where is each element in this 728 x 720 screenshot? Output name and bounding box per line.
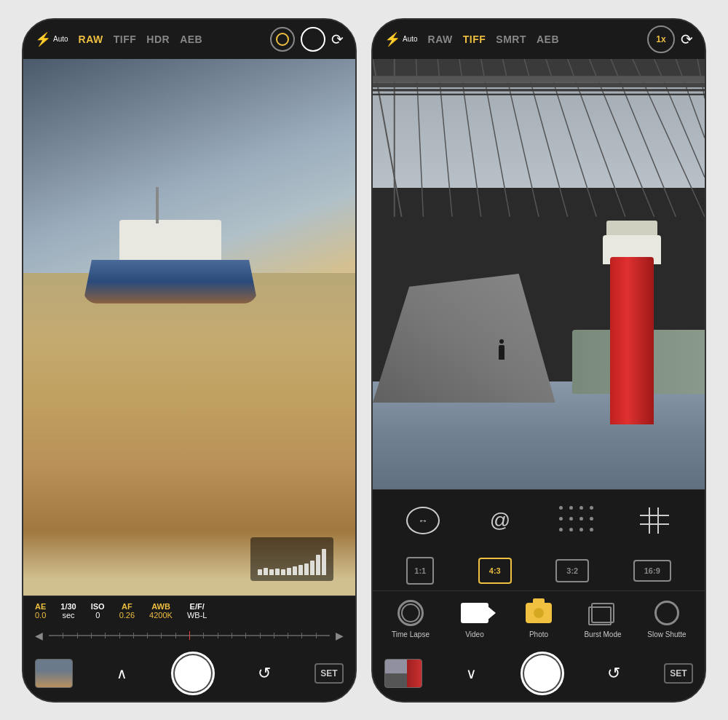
right-top-bar: ⚡Auto RAW TIFF SMRT AEB 1x ⟳	[373, 20, 705, 59]
mode-tiff[interactable]: TIFF	[114, 33, 137, 45]
dot	[559, 506, 563, 510]
mode-burst[interactable]: Burst Mode	[577, 598, 628, 638]
right-set-button[interactable]: SET	[664, 663, 693, 684]
mode-aeb[interactable]: AEB	[180, 33, 202, 45]
grid-option-spiral[interactable]: @	[475, 499, 526, 542]
timer-icon[interactable]: ↺	[258, 664, 271, 683]
right-shutter-inner	[524, 655, 561, 692]
param-ae[interactable]: AE 0.0	[35, 602, 46, 620]
dot	[569, 528, 573, 531]
hist-bar	[310, 561, 314, 575]
param-af[interactable]: AF 0.26	[119, 602, 135, 620]
left-bottom-controls: AE 0.0 1/30 sec ISO 0 AF 0.26 AWB 4200	[23, 596, 355, 701]
left-top-bar: ⚡Auto RAW TIFF HDR AEB ⟳	[23, 20, 355, 59]
ship-hull	[83, 260, 258, 304]
photo-camera-icon	[526, 603, 552, 623]
dot	[579, 506, 583, 510]
param-shutter[interactable]: 1/30 sec	[60, 602, 76, 620]
slider-track[interactable]	[49, 635, 330, 636]
spiral-icon: @	[490, 510, 510, 531]
left-shutter-button[interactable]	[171, 652, 215, 695]
shutter-value: sec	[62, 611, 74, 620]
dot	[559, 517, 563, 521]
exposure-slider[interactable]: ◀	[23, 625, 355, 646]
right-timer-icon[interactable]: ↺	[607, 664, 620, 683]
right-mode-tiff[interactable]: TIFF	[463, 33, 486, 45]
lighthouse	[603, 235, 661, 424]
timelapse-label: Time Lapse	[392, 630, 430, 638]
arrow-circle-icon: ↔	[406, 507, 440, 534]
right-flash-icon[interactable]: ⚡Auto	[384, 31, 418, 47]
aspect-3-2-label: 3:2	[566, 566, 578, 575]
right-rotate-camera-icon[interactable]: ⟳	[681, 31, 693, 48]
slider-left-arrow[interactable]: ◀	[35, 630, 43, 641]
right-mode-raw[interactable]: RAW	[428, 33, 453, 45]
lens-toggle[interactable]: ⟳	[270, 27, 344, 52]
left-set-button[interactable]: SET	[314, 663, 344, 684]
ship-mast	[156, 187, 159, 223]
right-thumbnail[interactable]	[384, 659, 422, 688]
dot	[579, 517, 583, 521]
right-lens-toggle[interactable]: 1x ⟳	[647, 25, 693, 53]
lens-circle-2[interactable]	[301, 27, 325, 52]
hist-bar	[316, 555, 320, 575]
left-viewfinder[interactable]	[23, 59, 355, 596]
svg-rect-1	[373, 76, 705, 82]
grid-option-dots[interactable]	[552, 499, 603, 542]
svg-rect-20	[373, 93, 705, 95]
video-camera-icon	[461, 603, 488, 623]
flash-icon[interactable]: ⚡Auto	[35, 31, 68, 47]
svg-rect-18	[373, 82, 705, 87]
hist-bar	[304, 563, 309, 575]
hist-bar	[275, 569, 280, 575]
timelapse-icon	[396, 598, 425, 628]
dot	[590, 506, 593, 510]
thumb-lighthouse	[407, 660, 422, 687]
mode-hdr[interactable]: HDR	[146, 33, 170, 45]
grid-option-arrow[interactable]: ↔	[397, 499, 448, 542]
right-bottom-controls: ↔ @	[373, 489, 705, 701]
shutter-label: 1/30	[60, 602, 76, 611]
burst-label: Burst Mode	[584, 630, 621, 638]
chevron-up-icon[interactable]: ∧	[116, 665, 127, 682]
param-ef[interactable]: E/F/ WB-L	[187, 602, 207, 620]
ship	[76, 209, 265, 304]
iso-value: 0	[95, 611, 100, 620]
hist-bar	[264, 568, 268, 575]
mode-timelapse[interactable]: Time Lapse	[385, 598, 436, 638]
mode-slow-shutter[interactable]: Slow Shutte	[641, 598, 692, 638]
ship-scene	[23, 59, 355, 596]
lens-1x[interactable]: 1x	[647, 25, 675, 53]
chevron-down-icon[interactable]: ∨	[466, 665, 477, 682]
aspect-1-1[interactable]: 1:1	[406, 557, 434, 585]
right-shutter-bar: ∨ ↺ SET	[373, 646, 705, 701]
awb-label: AWB	[151, 602, 170, 611]
slider-right-arrow[interactable]: ▶	[336, 630, 344, 641]
lens-inner	[276, 33, 289, 46]
video-label: Video	[465, 630, 483, 638]
mode-photo[interactable]: Photo	[513, 598, 564, 638]
mode-raw[interactable]: RAW	[79, 33, 103, 45]
aspect-3-2[interactable]: 3:2	[555, 559, 589, 582]
af-value: 0.26	[119, 611, 135, 620]
left-shutter-bar: ∧ ↺ SET	[23, 646, 355, 701]
mode-selector: Time Lapse Video Photo	[373, 590, 705, 646]
right-mode-smrt[interactable]: SMRT	[496, 33, 526, 45]
param-iso[interactable]: ISO 0	[91, 602, 105, 620]
aspect-16-9[interactable]: 16:9	[633, 560, 671, 582]
dot	[569, 506, 573, 510]
slow-shutter-circle-icon	[654, 601, 679, 625]
param-awb[interactable]: AWB 4200K	[149, 602, 173, 620]
left-thumbnail[interactable]	[35, 659, 73, 688]
right-viewfinder[interactable]	[373, 59, 705, 489]
lens-circle-1[interactable]	[270, 27, 295, 52]
aspect-1-1-label: 1:1	[414, 566, 426, 575]
grid-option-hash[interactable]	[629, 499, 680, 542]
right-mode-aeb[interactable]: AEB	[537, 33, 559, 45]
left-phone: ⚡Auto RAW TIFF HDR AEB ⟳	[22, 18, 357, 703]
right-shutter-button[interactable]	[521, 652, 564, 695]
rotate-camera-icon[interactable]: ⟳	[331, 31, 344, 48]
aspect-4-3[interactable]: 4:3	[478, 558, 512, 584]
mode-video[interactable]: Video	[449, 598, 500, 638]
hash-icon	[640, 507, 669, 534]
